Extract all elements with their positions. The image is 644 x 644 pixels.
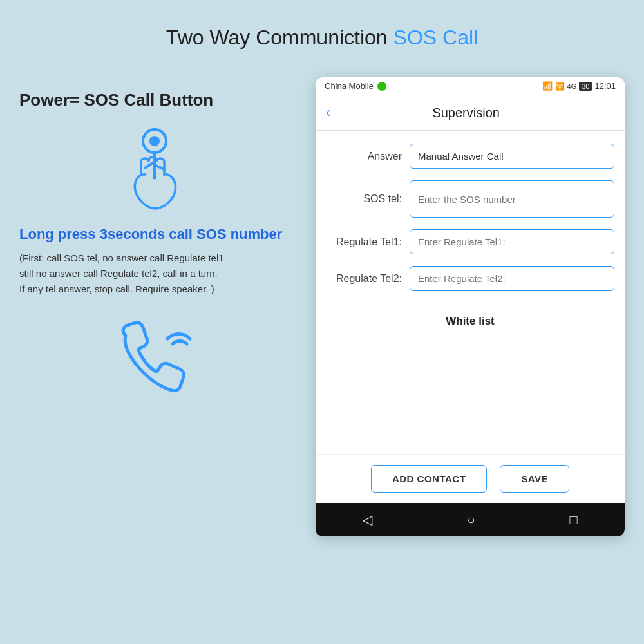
nav-back-icon[interactable]: ◁ — [363, 512, 372, 527]
status-right: 📶 🛜 4G 30 12:01 — [542, 81, 616, 91]
battery-indicator: 30 — [579, 82, 592, 91]
sos-tel-input[interactable] — [410, 180, 614, 218]
svg-point-1 — [149, 136, 160, 146]
form-area: Answer SOS tel: Regulate Tel1: Regulate … — [316, 131, 625, 454]
regulate-tel1-row: Regulate Tel1: — [326, 229, 614, 254]
wechat-icon — [377, 82, 386, 91]
nav-home-icon[interactable]: ○ — [467, 513, 475, 527]
network-4g: 4G — [567, 82, 577, 90]
status-bar: China Mobile 📶 🛜 4G 30 12:01 — [316, 77, 625, 95]
white-list-spacer — [326, 338, 614, 441]
answer-row: Answer — [326, 144, 614, 169]
carrier-name: China Mobile — [325, 81, 374, 91]
long-press-label: Long press 3seconds call SOS number — [19, 226, 290, 243]
back-button[interactable]: ‹ — [326, 104, 330, 121]
phone-icon-container — [19, 316, 290, 406]
answer-label: Answer — [326, 151, 410, 162]
regulate-tel1-label: Regulate Tel1: — [326, 236, 410, 248]
sos-tel-row: SOS tel: — [326, 180, 614, 218]
wifi-icon: 🛜 — [555, 82, 565, 91]
page-title: Two Way Communiction SOS Call — [0, 0, 644, 50]
hand-pointer-icon — [113, 123, 196, 213]
add-contact-button[interactable]: ADD CONTACT — [371, 465, 487, 493]
white-list-title: White list — [326, 312, 614, 338]
phone-mockup: China Mobile 📶 🛜 4G 30 12:01 ‹ Supervisi… — [316, 77, 625, 536]
app-header: ‹ Supervision — [316, 95, 625, 131]
regulate-tel2-row: Regulate Tel2: — [326, 266, 614, 291]
signal-icon: 📶 — [542, 81, 553, 91]
answer-input[interactable] — [410, 144, 614, 169]
app-title: Supervision — [337, 106, 595, 120]
description-text: (First: call SOS tel, no answer call Reg… — [19, 251, 290, 297]
regulate-tel1-input[interactable] — [410, 229, 614, 254]
clock: 12:01 — [594, 81, 616, 91]
phone-calling-icon — [106, 316, 203, 406]
hand-icon-container — [19, 123, 290, 213]
regulate-tel2-label: Regulate Tel2: — [326, 273, 410, 285]
sos-tel-label: SOS tel: — [326, 193, 410, 205]
save-button[interactable]: SAVE — [500, 465, 569, 493]
power-label: Power= SOS Call Button — [19, 90, 290, 110]
status-left: China Mobile — [325, 81, 386, 91]
button-row: ADD CONTACT SAVE — [316, 454, 625, 503]
nav-recent-icon[interactable]: □ — [569, 513, 577, 527]
regulate-tel2-input[interactable] — [410, 266, 614, 291]
divider — [326, 303, 614, 303]
left-panel: Power= SOS Call Button Long press 3secon… — [19, 90, 290, 406]
android-nav-bar: ◁ ○ □ — [316, 503, 625, 536]
